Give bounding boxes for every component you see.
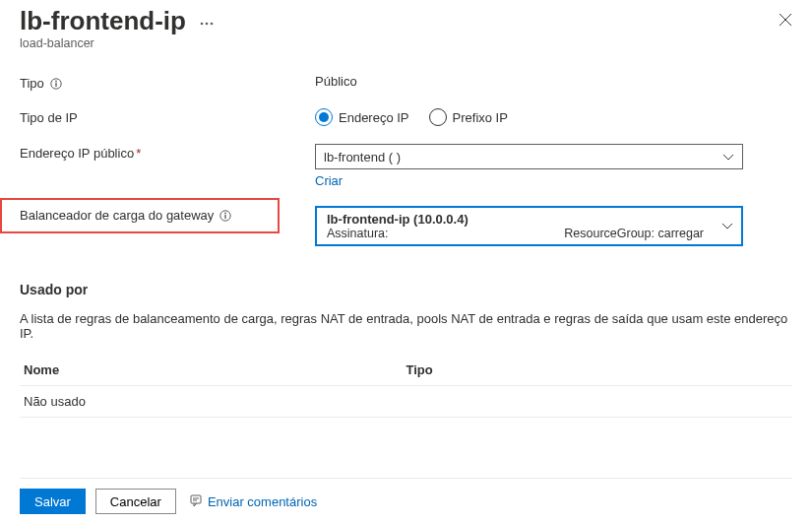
info-icon[interactable] [50,78,62,90]
row-gateway-lb: Balanceador de carga do gateway lb-front… [20,206,792,246]
row-endereco-publico: Endereço IP público * lb-frontend ( ) Cr… [20,144,792,188]
radio-circle-icon [315,108,333,126]
gateway-lb-subscription-label: Assinatura: [327,227,389,240]
row-tipo: Tipo Público [20,74,792,91]
public-ip-select-value: lb-frontend ( ) [324,150,401,164]
svg-point-2 [211,23,214,26]
svg-rect-11 [191,495,201,503]
radio-prefixo-ip[interactable]: Prefixo IP [429,108,508,126]
label-endereco-publico-text: Endereço IP público [20,146,134,161]
col-header-name: Nome [24,362,406,377]
svg-point-1 [206,23,209,26]
chevron-down-icon [721,219,733,233]
cell-type [406,394,789,409]
svg-rect-10 [225,215,226,219]
page-title: lb-frontend-ip [20,6,186,36]
create-public-ip-link[interactable]: Criar [315,173,343,188]
col-header-type: Tipo [406,362,789,377]
panel-footer: Salvar Cancelar Enviar comentários [20,478,792,514]
used-by-table: Nome Tipo Não usado [20,355,792,418]
title-row: lb-frontend-ip [20,6,792,36]
gateway-lb-select[interactable]: lb-frontend-ip (10.0.0.4) Assinatura: Re… [315,206,743,246]
label-endereco-publico: Endereço IP público * [20,144,315,161]
send-feedback-label: Enviar comentários [208,494,317,509]
svg-point-9 [224,212,226,214]
label-gateway-lb: Balanceador de carga do gateway [20,206,315,223]
gateway-lb-value-col: lb-frontend-ip (10.0.0.4) Assinatura: Re… [315,206,792,246]
label-tipo-text: Tipo [20,76,44,91]
panel-header: lb-frontend-ip load-balancer [20,0,792,50]
frontend-ip-panel: lb-frontend-ip load-balancer Tipo Públic… [0,0,812,524]
label-tipo-de-ip: Tipo de IP [20,108,315,125]
gateway-lb-select-subline: Assinatura: ResourceGroup: carregar [327,227,714,240]
required-asterisk: * [136,146,141,161]
radio-endereco-ip[interactable]: Endereço IP [315,108,409,126]
close-icon[interactable] [779,13,792,30]
svg-point-0 [201,23,204,26]
used-by-title: Usado por [20,282,792,297]
public-ip-select[interactable]: lb-frontend ( ) [315,144,743,169]
svg-rect-7 [55,83,56,87]
gateway-lb-select-inner: lb-frontend-ip (10.0.0.4) Assinatura: Re… [327,212,714,240]
radio-endereco-label: Endereço IP [339,110,409,125]
label-tipo-de-ip-text: Tipo de IP [20,110,78,125]
gateway-lb-select-value: lb-frontend-ip (10.0.0.4) [327,212,714,227]
value-tipo: Público [315,74,792,89]
form: Tipo Público Tipo de IP Endereço IP Pref… [20,74,792,246]
used-by-description: A lista de regras de balanceamento de ca… [20,311,792,341]
cell-name: Não usado [24,394,406,409]
svg-point-6 [55,80,57,82]
cancel-button[interactable]: Cancelar [95,489,176,514]
feedback-icon [190,493,204,510]
ellipsis-icon[interactable] [200,14,214,29]
chevron-down-icon [722,150,734,164]
ip-type-radio-group: Endereço IP Prefixo IP [315,108,792,126]
save-button[interactable]: Salvar [20,489,86,514]
info-icon[interactable] [219,210,231,222]
table-row: Não usado [20,386,792,418]
row-tipo-de-ip: Tipo de IP Endereço IP Prefixo IP [20,108,792,126]
table-header: Nome Tipo [20,355,792,386]
radio-circle-icon [429,108,447,126]
label-gateway-lb-text: Balanceador de carga do gateway [20,208,214,223]
label-tipo: Tipo [20,74,315,91]
endereco-publico-value-col: lb-frontend ( ) Criar [315,144,792,188]
radio-prefixo-label: Prefixo IP [453,110,508,125]
used-by-section: Usado por A lista de regras de balanceam… [20,282,792,418]
gateway-lb-resourcegroup-label: ResourceGroup: carregar [564,227,704,240]
send-feedback-link[interactable]: Enviar comentários [190,493,317,510]
page-subtitle: load-balancer [20,36,792,50]
